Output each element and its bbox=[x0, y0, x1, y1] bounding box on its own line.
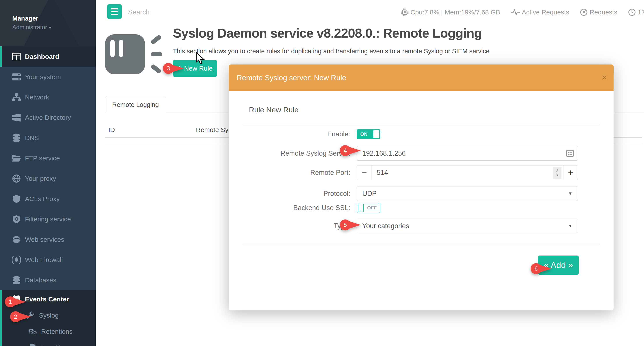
port-stepper: − ∧ ∨ + bbox=[357, 165, 578, 180]
sidebar-item-events-center[interactable]: Events Center bbox=[2, 291, 96, 307]
sidebar-item-network[interactable]: Network bbox=[0, 87, 96, 107]
address-list-icon[interactable] bbox=[566, 150, 574, 157]
port-label: Remote Port: bbox=[242, 169, 350, 176]
menu-toggle-button[interactable] bbox=[107, 4, 122, 19]
decrement-button[interactable]: − bbox=[357, 166, 372, 180]
protocol-select[interactable]: UDP ▼ bbox=[357, 186, 578, 201]
sidebar-item-filtering-service[interactable]: Filtering service bbox=[0, 209, 96, 229]
sidebar-item-label: ACLs Proxy bbox=[25, 195, 60, 203]
number-spinner[interactable]: ∧ ∨ bbox=[553, 167, 562, 178]
globe-icon bbox=[12, 174, 22, 183]
remote-syslog-server-input[interactable] bbox=[357, 146, 578, 161]
toggle-knob bbox=[358, 204, 364, 212]
cpu-mem-stat: Cpu:7.8% | Mem:19%/7.68 GB bbox=[401, 8, 500, 16]
sidebar-item-acls-proxy[interactable]: ACLs Proxy bbox=[0, 189, 96, 209]
cpu-mem-text: Cpu:7.8% | Mem:19%/7.68 GB bbox=[410, 8, 500, 16]
sidebar-item-your-system[interactable]: Your system bbox=[0, 67, 96, 87]
add-button[interactable]: « Add » bbox=[538, 256, 579, 275]
ssl-toggle[interactable]: OFF bbox=[357, 203, 380, 213]
sidebar-item-retentions[interactable]: ⚙⚙ Retentions bbox=[2, 324, 96, 340]
modal-section-heading: Rule New Rule bbox=[249, 106, 298, 114]
tab-remote-logging[interactable]: Remote Logging bbox=[105, 96, 166, 113]
database-icon bbox=[12, 276, 22, 284]
sidebar-item-label: Dashboard bbox=[25, 53, 59, 60]
enable-row: Enable: ON bbox=[242, 128, 380, 140]
user-role-label: Administrator bbox=[12, 24, 47, 31]
database-icon bbox=[12, 134, 22, 142]
flame-parens-icon bbox=[12, 256, 22, 264]
windows-icon bbox=[12, 114, 22, 122]
sidebar: Manager Administrator▾ Dashboard Your sy… bbox=[0, 0, 96, 346]
sidebar-item-label: Retentions bbox=[41, 328, 72, 335]
type-select[interactable]: Your categories ▼ bbox=[357, 219, 578, 233]
pulse-icon bbox=[511, 9, 520, 15]
chip-icon bbox=[401, 8, 408, 16]
sitemap-icon bbox=[12, 93, 22, 101]
shield-virus-icon bbox=[12, 215, 22, 223]
sidebar-item-databases[interactable]: Databases bbox=[0, 270, 96, 290]
sidebar-item-label: Web Firewall bbox=[25, 256, 63, 264]
page-title: Syslog Daemon service v8.2208.0.: Remote… bbox=[173, 26, 482, 41]
type-label: Type: bbox=[242, 222, 350, 230]
chevron-down-icon: ▼ bbox=[568, 191, 572, 196]
sidebar-item-web-firewall[interactable]: Web Firewall bbox=[0, 250, 96, 270]
file-lines-icon bbox=[28, 344, 38, 346]
requests-stat[interactable]: Requests bbox=[580, 8, 617, 16]
sidebar-item-web-services[interactable]: Web services bbox=[0, 229, 96, 250]
page-subtitle: This section allows you to create rules … bbox=[173, 48, 490, 55]
sidebar-item-label: Active Directory bbox=[25, 114, 71, 121]
search-input[interactable] bbox=[128, 6, 251, 18]
server-label: Remote Syslog Server: bbox=[242, 150, 350, 157]
enable-toggle[interactable]: ON bbox=[357, 129, 380, 139]
ssl-row: Backend Use SSL: OFF bbox=[242, 202, 380, 213]
sidebar-item-syslog[interactable]: Syslog bbox=[2, 307, 96, 324]
enable-label: Enable: bbox=[242, 130, 350, 138]
sidebar-item-active-directory[interactable]: Active Directory bbox=[0, 107, 96, 128]
spinner-up-icon[interactable]: ∧ bbox=[556, 169, 559, 173]
user-role-dropdown[interactable]: Administrator▾ bbox=[12, 24, 51, 31]
divider bbox=[243, 124, 600, 124]
sidebar-item-label: Syslog bbox=[39, 312, 59, 319]
new-rule-button[interactable]: + New Rule bbox=[173, 60, 217, 77]
plus-icon: + bbox=[177, 63, 182, 73]
remote-port-input[interactable] bbox=[372, 166, 563, 180]
table-header-id: ID bbox=[108, 126, 115, 134]
port-field-wrap: ∧ ∨ bbox=[372, 166, 563, 180]
active-requests-text: Active Requests bbox=[522, 8, 569, 16]
sidebar-events-center-section: Events Center Syslog ⚙⚙ Retentions L bbox=[0, 290, 96, 346]
folder-open-icon bbox=[12, 155, 22, 162]
sidebar-item-label: Web services bbox=[25, 236, 64, 243]
new-rule-label: New Rule bbox=[184, 65, 212, 72]
active-requests-stat[interactable]: Active Requests bbox=[511, 8, 569, 16]
server-row: Remote Syslog Server: bbox=[242, 146, 578, 161]
toggle-on-label: ON bbox=[360, 129, 368, 139]
close-icon[interactable]: × bbox=[602, 64, 607, 91]
sidebar-item-dashboard[interactable]: Dashboard bbox=[0, 46, 96, 67]
increment-button[interactable]: + bbox=[563, 166, 578, 180]
sidebar-item-label: Events Center bbox=[25, 296, 69, 303]
protocol-row: Protocol: UDP ▼ bbox=[242, 186, 578, 201]
app-root: Manager Administrator▾ Dashboard Your sy… bbox=[0, 0, 644, 346]
sidebar-item-your-proxy[interactable]: Your proxy bbox=[0, 168, 96, 189]
sidebar-item-dns[interactable]: DNS bbox=[0, 128, 96, 148]
new-rule-modal: Remote Syslog server: New Rule × Rule Ne… bbox=[229, 64, 614, 310]
sidebar-user-panel: Manager Administrator▾ bbox=[0, 0, 96, 46]
topbar-stats: Cpu:7.8% | Mem:19%/7.68 GB Active Reques… bbox=[401, 0, 644, 24]
gears-icon: ⚙⚙ bbox=[28, 328, 38, 335]
divider bbox=[243, 245, 600, 245]
server-input-wrap bbox=[357, 146, 578, 161]
type-row: Type: Your categories ▼ bbox=[242, 219, 578, 233]
protocol-value: UDP bbox=[362, 190, 376, 197]
type-value: Your categories bbox=[362, 222, 409, 230]
sidebar-item-ftp-service[interactable]: FTP service bbox=[0, 148, 96, 168]
sidebar-item-local-logs[interactable]: Local Logs bbox=[2, 340, 96, 346]
protocol-label: Protocol: bbox=[242, 190, 350, 197]
menu-icon bbox=[111, 8, 118, 9]
sidebar-item-label: Your proxy bbox=[25, 175, 56, 182]
chevron-down-icon: ▾ bbox=[49, 25, 51, 30]
dashboard-icon bbox=[12, 53, 22, 60]
clock-icon bbox=[628, 8, 636, 16]
sidebar-item-label: DNS bbox=[25, 134, 39, 142]
spinner-down-icon[interactable]: ∨ bbox=[556, 173, 559, 177]
toggle-off-label: OFF bbox=[367, 203, 377, 213]
